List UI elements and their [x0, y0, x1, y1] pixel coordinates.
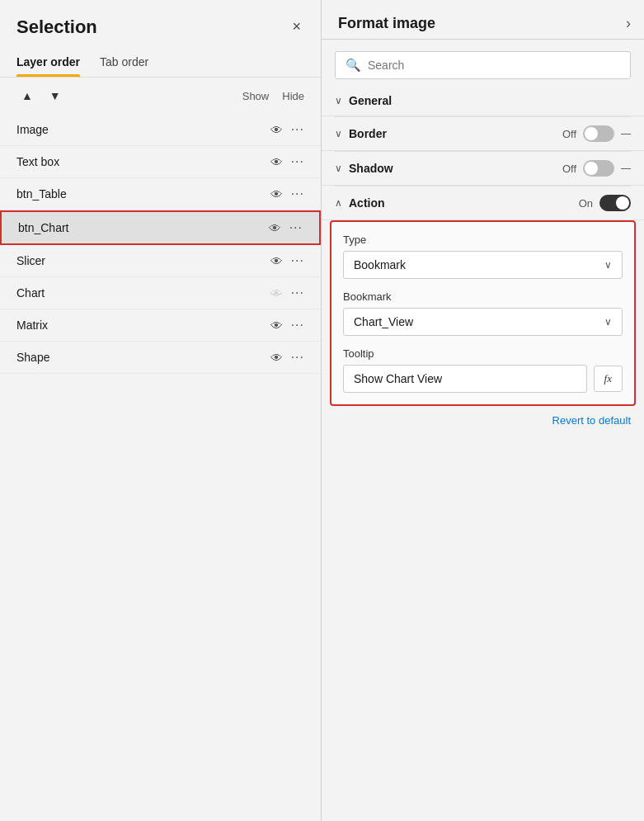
border-toggle-label: Off — [562, 128, 576, 140]
general-chevron-icon: ∨ — [335, 95, 342, 106]
selection-title: Selection — [16, 17, 97, 38]
layer-item-shape[interactable]: Shape 👁 ··· — [0, 342, 321, 374]
more-icon-chart[interactable]: ··· — [291, 285, 304, 300]
shadow-chevron-icon: ∨ — [335, 163, 342, 174]
section-action-header[interactable]: ∧ Action On — [322, 186, 644, 220]
border-toggle-track[interactable] — [583, 125, 614, 142]
visibility-icon-shape[interactable]: 👁 — [270, 351, 283, 365]
move-down-button[interactable]: ▼ — [45, 86, 66, 106]
section-border[interactable]: ∨ Border Off — — [322, 117, 644, 151]
bookmark-field-label: Bookmark — [343, 290, 623, 303]
layer-item-image[interactable]: Image 👁 ··· — [0, 114, 321, 146]
bookmark-dropdown-value: Chart_View — [354, 315, 413, 328]
left-header: Selection × — [0, 0, 321, 45]
hide-label: Hide — [282, 90, 304, 102]
right-panel: Format image › 🔍 ∨ General ∨ Border Off … — [322, 0, 644, 821]
visibility-icon-matrix[interactable]: 👁 — [270, 318, 283, 333]
layer-item-chart[interactable]: Chart 👁 ··· — [0, 277, 321, 309]
more-icon-shape[interactable]: ··· — [291, 350, 304, 365]
visibility-icon-image[interactable]: 👁 — [270, 123, 283, 137]
section-shadow[interactable]: ∨ Shadow Off — — [322, 152, 644, 186]
revert-to-default-link[interactable]: Revert to default — [322, 406, 644, 435]
type-field: Type Bookmark ∨ — [343, 234, 623, 279]
more-icon-image[interactable]: ··· — [291, 122, 304, 137]
search-icon: 🔍 — [346, 58, 361, 73]
tooltip-field: Tooltip fx — [343, 347, 623, 393]
visibility-icon-btn-chart[interactable]: 👁 — [269, 221, 281, 235]
layer-item-btn-table[interactable]: btn_Table 👁 ··· — [0, 178, 321, 210]
border-toggle[interactable] — [583, 125, 614, 142]
more-icon-btn-table[interactable]: ··· — [291, 186, 304, 201]
tabs-row: Layer order Tab order — [0, 49, 321, 78]
more-icon-textbox[interactable]: ··· — [291, 154, 304, 169]
search-box: 🔍 — [335, 51, 631, 79]
shadow-toggle-dash: — — [621, 163, 631, 174]
layer-item-textbox[interactable]: Text box 👁 ··· — [0, 146, 321, 178]
layer-item-btn-chart[interactable]: btn_Chart 👁 ··· — [0, 210, 321, 245]
right-header: Format image › — [322, 0, 644, 40]
action-chevron-icon: ∧ — [335, 197, 342, 209]
tab-layer-order[interactable]: Layer order — [16, 49, 80, 77]
visibility-icon-slicer[interactable]: 👁 — [270, 254, 283, 268]
border-toggle-thumb — [585, 127, 598, 140]
tooltip-input[interactable] — [343, 365, 587, 393]
action-toggle-track[interactable] — [599, 195, 631, 211]
more-icon-slicer[interactable]: ··· — [291, 253, 304, 268]
search-input[interactable] — [368, 59, 620, 72]
shadow-toggle-thumb — [585, 162, 598, 175]
section-general[interactable]: ∨ General — [322, 86, 644, 116]
action-toggle-thumb — [616, 196, 629, 210]
tooltip-input-row: fx — [343, 365, 623, 393]
bookmark-dropdown-chevron: ∨ — [604, 316, 612, 328]
left-panel: Selection × Layer order Tab order ▲ ▼ Sh… — [0, 0, 322, 821]
action-expanded-section: Type Bookmark ∨ Bookmark Chart_View ∨ To… — [330, 220, 636, 406]
type-dropdown-value: Bookmark — [354, 258, 406, 271]
type-dropdown-chevron: ∨ — [604, 259, 612, 271]
bookmark-dropdown[interactable]: Chart_View ∨ — [343, 308, 623, 336]
tooltip-field-label: Tooltip — [343, 347, 623, 360]
shadow-toggle[interactable] — [583, 160, 614, 177]
border-toggle-dash: — — [621, 128, 631, 139]
border-chevron-icon: ∨ — [335, 128, 342, 139]
action-toggle-label: On — [579, 197, 593, 210]
shadow-toggle-label: Off — [562, 163, 576, 175]
move-up-button[interactable]: ▲ — [16, 86, 38, 106]
layer-list: Image 👁 ··· Text box 👁 ··· btn_Table 👁 ·… — [0, 114, 321, 821]
type-field-label: Type — [343, 234, 623, 246]
controls-row: ▲ ▼ Show Hide — [0, 78, 321, 114]
type-dropdown[interactable]: Bookmark ∨ — [343, 251, 623, 279]
more-icon-matrix[interactable]: ··· — [291, 318, 304, 333]
bookmark-field: Bookmark Chart_View ∨ — [343, 290, 623, 336]
shadow-toggle-track[interactable] — [583, 160, 614, 177]
close-button[interactable]: × — [285, 15, 308, 39]
visibility-icon-textbox[interactable]: 👁 — [270, 155, 283, 169]
tab-tab-order[interactable]: Tab order — [100, 49, 148, 77]
fx-button[interactable]: fx — [594, 366, 623, 392]
show-label: Show — [242, 90, 270, 102]
right-header-arrow-icon[interactable]: › — [626, 15, 631, 32]
layer-item-slicer[interactable]: Slicer 👁 ··· — [0, 245, 321, 277]
action-toggle[interactable] — [599, 195, 631, 211]
visibility-icon-chart[interactable]: 👁 — [270, 286, 283, 300]
more-icon-btn-chart[interactable]: ··· — [289, 220, 303, 235]
layer-item-matrix[interactable]: Matrix 👁 ··· — [0, 309, 321, 342]
visibility-icon-btn-table[interactable]: 👁 — [270, 187, 283, 201]
tab-active-indicator — [16, 74, 80, 77]
format-image-title: Format image — [338, 15, 435, 32]
